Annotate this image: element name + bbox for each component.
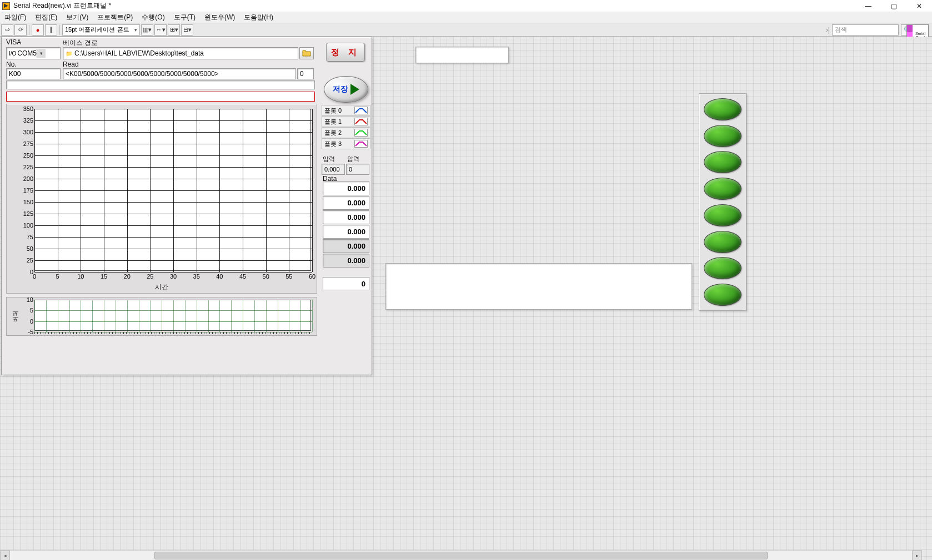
distribute-button[interactable]: ↔▾ [154,24,167,36]
data-val-4: 0.000 [323,239,369,253]
run-button[interactable]: ⇨ [1,24,13,36]
buffer-plot-area [34,300,311,331]
plot-legend[interactable]: 플롯 0플롯 1플롯 2플롯 3 [322,105,370,149]
blank-text-1[interactable] [6,80,315,89]
x-tick: 5 [52,273,63,280]
x-tick: 60 [307,273,318,280]
menu-tools[interactable]: 도구(T) [172,12,198,23]
y-tick: 325 [16,117,33,124]
save-label: 저장 [333,84,348,94]
browse-button[interactable] [299,47,314,59]
led-2[interactable] [704,151,741,173]
pressure2-label: 압력 [347,155,359,163]
legend-row-1[interactable]: 플롯 1 [322,116,370,127]
menu-edit[interactable]: 편집(E) [33,12,59,23]
minimize-button[interactable]: — [855,0,881,12]
read-label: Read [63,60,79,68]
search-input[interactable]: 검색 [832,24,899,36]
h-scrollbar[interactable]: ◂ ▸ [0,550,922,560]
led-7[interactable] [704,284,741,306]
led-3[interactable] [704,178,741,200]
chart-xlabel: 시간 [155,282,168,292]
pressure-in: 0.000 [322,164,345,175]
main-chart[interactable]: 시간 0255075100125150175200225250275300325… [6,104,317,294]
y-tick: 350 [16,105,33,112]
close-button[interactable]: ✕ [906,0,932,12]
x-tick: 40 [214,273,225,280]
x-tick: 0 [29,273,40,280]
abort-button[interactable]: ● [32,24,44,36]
x-tick: 45 [237,273,248,280]
search-placeholder: 검색 [835,26,847,34]
float-text-2[interactable] [385,263,692,310]
legend-label: 플롯 0 [324,107,352,115]
red-text-box[interactable] [6,92,315,102]
readcount-value: 0 [300,70,304,78]
no-input[interactable]: K00 [6,68,61,79]
led-4[interactable] [704,204,741,226]
y-tick: 100 [16,222,33,229]
y-tick: 250 [16,152,33,159]
read-value: <K00/5000/5000/5000/5000/5000/5000/5000/… [66,70,219,78]
run-cont-button[interactable]: ⟳ [14,24,27,36]
menu-window[interactable]: 윈도우(W) [202,12,237,23]
menu-view[interactable]: 보기(V) [64,12,91,23]
align-button[interactable]: ▥▾ [141,24,153,36]
led-1[interactable] [704,125,741,147]
menu-run[interactable]: 수행(O) [139,12,167,23]
font-combo[interactable]: 15pt 어플리케이션 폰트 [62,24,140,36]
visa-label: VISA [6,38,21,46]
scroll-left-button[interactable]: ◂ [0,551,10,561]
y-tick: 275 [16,140,33,147]
font-combo-label: 15pt 어플리케이션 폰트 [65,26,129,34]
path-input[interactable]: 📁 C:\Users\HAIL LABVIEW\Desktop\test_dat… [63,47,298,59]
path-label: 베이스 경로 [63,38,98,48]
legend-swatch [354,140,368,148]
buffer-chart[interactable]: 버퍼 -50510 [6,297,317,336]
data-val-2: 0.000 [323,210,369,224]
scroll-thumb[interactable] [154,552,768,559]
legend-row-2[interactable]: 플롯 2 [322,127,370,138]
small-y-tick: 10 [16,296,33,303]
x-tick: 15 [98,273,109,280]
main-cluster-panel: VISA 베이스 경로 I/O COM5 ▾ 📁 C:\Users\HAIL L… [1,37,372,375]
menu-file[interactable]: 파일(F) [2,12,28,23]
readcount-display: 0 [297,68,314,79]
led-array [699,93,746,311]
float-text-1[interactable] [415,47,509,63]
maximize-button[interactable]: ▢ [881,0,906,12]
reorder-button[interactable]: ⊟▾ [181,24,193,36]
stop-button[interactable]: 정 지 [326,43,365,62]
window-title: Serial Read(new).vi 프런트패널 * [13,1,111,11]
led-0[interactable] [704,98,741,120]
visa-value: COM5 [17,49,37,57]
front-panel-canvas[interactable]: VISA 베이스 경로 I/O COM5 ▾ 📁 C:\Users\HAIL L… [0,37,932,560]
menu-help[interactable]: 도움말(H) [242,12,275,23]
x-tick: 25 [144,273,156,280]
x-tick: 20 [122,273,133,280]
pause-button[interactable]: ∥ [45,24,57,36]
data-val-5: 0.000 [323,254,369,268]
menu-project[interactable]: 프로젝트(P) [95,12,135,23]
counter-display: 0 [323,277,369,290]
small-y-tick: 5 [16,307,33,314]
legend-row-0[interactable]: 플롯 0 [322,105,370,116]
data-val-1: 0.000 [323,196,369,210]
y-tick: 150 [16,199,33,205]
data-val-3: 0.000 [323,225,369,239]
save-button[interactable]: 저장 [324,76,368,103]
read-display: <K00/5000/5000/5000/5000/5000/5000/5000/… [63,68,296,79]
led-6[interactable] [704,257,741,279]
led-5[interactable] [704,231,741,253]
play-icon [350,84,359,95]
y-tick: 300 [16,129,33,135]
y-tick: 200 [16,175,33,182]
legend-row-3[interactable]: 플롯 3 [322,138,370,149]
menubar: 파일(F) 편집(E) 보기(V) 프로젝트(P) 수행(O) 도구(T) 윈도… [0,12,932,23]
visa-combo[interactable]: I/O COM5 ▾ [6,47,61,59]
scroll-track[interactable] [10,551,912,561]
scroll-right-button[interactable]: ▸ [912,551,922,561]
resize-button[interactable]: ⊞▾ [168,24,180,36]
no-label: No. [6,60,17,68]
y-tick: 50 [16,245,33,252]
